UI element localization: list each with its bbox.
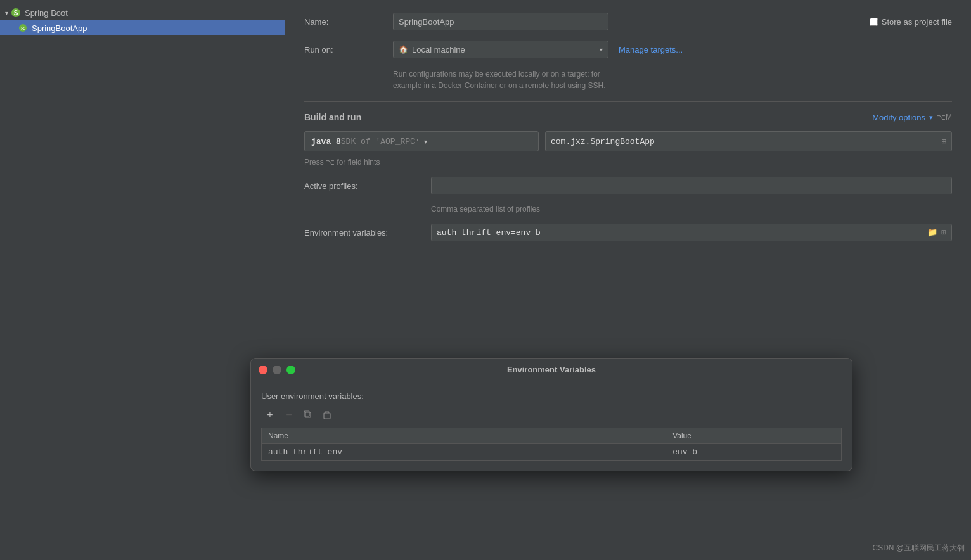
- build-run-title: Build and run: [304, 112, 361, 122]
- main-window: ▾ S Spring Boot S SpringBootApp Name:: [0, 0, 971, 560]
- store-project-label: Store as project file: [882, 17, 952, 27]
- profiles-hint-text: Comma separated list of profiles: [431, 205, 952, 213]
- name-input[interactable]: [393, 13, 608, 30]
- spring-app-icon: S: [18, 23, 28, 33]
- table-row[interactable]: auth_thrift_envenv_b: [262, 444, 842, 461]
- run-on-dropdown[interactable]: 🏠 Local machine ▾: [393, 41, 608, 58]
- minimize-button[interactable]: [273, 366, 281, 374]
- svg-rect-5: [304, 411, 309, 416]
- env-vars-value: auth_thrift_env=env_b: [437, 228, 541, 238]
- dropdown-arrow-icon: ▾: [600, 46, 603, 53]
- run-on-label: Run on:: [304, 45, 393, 54]
- sidebar-group-label: Spring Boot: [25, 8, 68, 18]
- env-vars-label: Environment variables:: [304, 228, 431, 238]
- sidebar: ▾ S Spring Boot S SpringBootApp: [0, 0, 285, 560]
- svg-rect-6: [324, 413, 330, 419]
- watermark: CSDN @互联网民工蒋大钊: [872, 543, 965, 554]
- modal-section-label: User environment variables:: [261, 391, 842, 401]
- modal-titlebar: Environment Variables: [251, 359, 852, 381]
- sidebar-item-springbootapp[interactable]: S SpringBootApp: [0, 20, 285, 35]
- close-button[interactable]: [259, 366, 267, 374]
- sidebar-item-label: SpringBootApp: [32, 23, 87, 33]
- env-table: Name Value auth_thrift_envenv_b: [261, 428, 842, 461]
- field-hint-text: Press ⌥ for field hints: [304, 158, 952, 167]
- env-vars-field[interactable]: auth_thrift_env=env_b 📁 ⊞: [431, 224, 952, 241]
- env-variables-modal[interactable]: Environment Variables User environment v…: [250, 358, 852, 471]
- env-field-icons: 📁 ⊞: [927, 227, 946, 238]
- maximize-button[interactable]: [286, 366, 295, 374]
- svg-text:S: S: [14, 10, 18, 16]
- name-row: Name: Store as project file: [304, 13, 952, 30]
- active-profiles-row: Active profiles:: [304, 177, 952, 194]
- table-col-name: Name: [262, 428, 667, 444]
- home-icon: 🏠: [399, 45, 408, 54]
- profiles-label: Active profiles:: [304, 181, 431, 191]
- env-value-cell: env_b: [666, 444, 841, 461]
- remove-env-button[interactable]: −: [280, 407, 298, 423]
- svg-text:S: S: [21, 25, 25, 32]
- sidebar-group-spring-boot[interactable]: ▾ S Spring Boot: [0, 5, 285, 20]
- sdk-text: SDK of 'AOP_RPC: [341, 137, 415, 146]
- modal-title: Environment Variables: [507, 365, 596, 374]
- name-label: Name:: [304, 17, 393, 27]
- run-hint-text: Run configurations may be executed local…: [393, 68, 952, 91]
- modal-body: User environment variables: + −: [251, 381, 852, 471]
- env-folder-icon[interactable]: 📁: [927, 227, 937, 238]
- main-class-field[interactable]: com.jxz.SpringBootApp ⊞: [545, 131, 952, 151]
- store-project-checkbox[interactable]: [870, 18, 878, 26]
- env-edit-icon[interactable]: ⊞: [941, 227, 946, 238]
- manage-targets-link[interactable]: Manage targets...: [619, 45, 683, 54]
- env-toolbar: + −: [261, 407, 842, 423]
- main-class-value: com.jxz.SpringBootApp: [551, 137, 655, 146]
- java-version-label: java 8: [311, 137, 341, 146]
- java-dropdown[interactable]: java 8 SDK of 'AOP_RPC ' ▾: [304, 131, 539, 151]
- profiles-input[interactable]: [431, 177, 952, 194]
- modify-options-link[interactable]: Modify options: [872, 113, 925, 122]
- traffic-lights: [259, 366, 295, 374]
- java-dropdown-arrow-icon: ▾: [424, 138, 427, 145]
- browse-icon[interactable]: ⊞: [942, 137, 946, 146]
- content-area: Name: Store as project file Run on: 🏠 Lo…: [285, 0, 971, 560]
- separator: [304, 101, 952, 102]
- table-col-value: Value: [666, 428, 841, 444]
- run-on-row: Run on: 🏠 Local machine ▾ Manage targets…: [304, 41, 952, 58]
- store-project-row: Store as project file: [870, 17, 952, 27]
- build-run-section-header: Build and run Modify options ▾ ⌥M: [304, 112, 952, 122]
- env-vars-row: Environment variables: auth_thrift_env=e…: [304, 224, 952, 241]
- copy-env-button[interactable]: [299, 407, 317, 423]
- add-env-button[interactable]: +: [261, 407, 279, 423]
- modify-options-shortcut: ⌥M: [937, 113, 952, 122]
- chevron-icon: ▾: [5, 10, 8, 16]
- delete-env-button[interactable]: [318, 407, 336, 423]
- env-name-cell: auth_thrift_env: [262, 444, 667, 461]
- modify-options-chevron: ▾: [929, 113, 933, 122]
- spring-boot-icon: S: [11, 8, 21, 18]
- run-on-value: Local machine: [412, 45, 465, 54]
- build-run-row: java 8 SDK of 'AOP_RPC ' ▾ com.jxz.Sprin…: [304, 131, 952, 151]
